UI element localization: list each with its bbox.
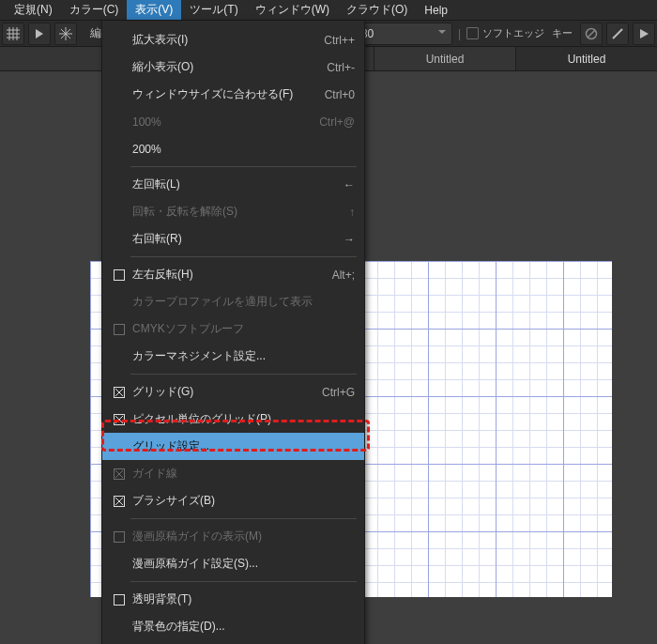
menu-separator: [130, 581, 357, 582]
menu-item-accelerator: ↑: [349, 206, 355, 219]
menu-check-icon: [108, 613, 130, 640]
svg-line-13: [613, 29, 622, 38]
menu-item-3: 100%Ctrl+@: [102, 108, 364, 135]
menu-check-icon: [108, 135, 130, 162]
menu-check-icon: [108, 288, 130, 315]
menu-item-accelerator: Ctrl+@: [319, 115, 355, 129]
menu-item-label: グリッド(G): [130, 384, 322, 400]
menu-item-16[interactable]: ブラシサイズ(B): [102, 487, 364, 514]
menubar-item-0[interactable]: 定規(N): [6, 0, 61, 20]
menubar-item-4[interactable]: ウィンドウ(W): [247, 0, 338, 20]
svg-rect-30: [115, 594, 125, 605]
menu-check-icon: [108, 108, 130, 135]
menu-item-label: ガイド線: [130, 466, 355, 482]
menubar-item-2[interactable]: 表示(V): [127, 0, 181, 20]
menu-check-icon: [108, 81, 130, 108]
menu-item-label: 漫画原稿ガイド設定(S)...: [130, 556, 355, 572]
document-tab-1[interactable]: Untitled: [515, 47, 657, 70]
divider: |: [456, 27, 463, 40]
menu-item-2[interactable]: ウィンドウサイズに合わせる(F)Ctrl+0: [102, 81, 364, 108]
menu-item-accelerator: →: [344, 233, 355, 246]
menu-separator: [130, 166, 357, 167]
menu-item-label: 縮小表示(O): [130, 59, 327, 75]
menu-item-label: カラーマネジメント設定...: [130, 348, 355, 364]
document-tab-0[interactable]: Untitled: [374, 47, 515, 70]
svg-rect-16: [115, 324, 125, 334]
menu-separator: [130, 518, 357, 519]
menu-item-11[interactable]: カラーマネジメント設定...: [102, 343, 364, 370]
menu-item-label: 背景色の指定(D)...: [130, 619, 355, 635]
menu-item-10: CMYKソフトプルーフ: [102, 315, 364, 343]
svg-rect-15: [115, 269, 125, 280]
menu-item-label: CMYKソフトプルーフ: [130, 321, 355, 337]
menu-item-label: グリッド設定...: [130, 438, 355, 454]
menu-item-5[interactable]: 左回転(L)←: [102, 171, 364, 198]
toolbar-btn-grid[interactable]: [2, 23, 24, 45]
menu-item-14[interactable]: グリッド設定...: [102, 433, 364, 460]
menu-item-20[interactable]: 背景色の指定(D)...: [102, 613, 364, 640]
menu-check-icon: [108, 315, 130, 343]
view-menu: 拡大表示(I)Ctrl++縮小表示(O)Ctrl+-ウィンドウサイズに合わせる(…: [101, 21, 365, 644]
menu-check-icon: [108, 343, 130, 370]
menu-check-icon: [108, 54, 130, 81]
menu-item-accelerator: ←: [344, 178, 355, 192]
menu-separator: [130, 374, 357, 375]
menu-item-accelerator: Ctrl+G: [322, 386, 355, 399]
menu-item-7[interactable]: 右回転(R)→: [102, 225, 364, 253]
menu-item-label: カラープロファイルを適用して表示: [130, 294, 355, 310]
menu-item-13[interactable]: ピクセル単位のグリッド(P): [102, 406, 364, 433]
menu-check-icon: [108, 460, 130, 487]
menu-check-icon: [108, 487, 130, 514]
svg-rect-29: [115, 531, 125, 542]
menu-item-0[interactable]: 拡大表示(I)Ctrl++: [102, 26, 364, 54]
toolbar-btn-arrow[interactable]: [28, 23, 51, 45]
menu-item-15: ガイド線: [102, 460, 364, 487]
menu-check-icon: [108, 550, 130, 577]
menubar-item-1[interactable]: カラー(C): [61, 0, 128, 20]
toolbar-btn-play[interactable]: [633, 23, 655, 45]
menu-item-9: カラープロファイルを適用して表示: [102, 288, 364, 315]
toolbar-btn-star[interactable]: [54, 23, 77, 45]
menu-item-19[interactable]: 透明背景(T): [102, 586, 364, 613]
menu-check-icon: [108, 523, 130, 550]
menubar-item-3[interactable]: ツール(T): [181, 0, 246, 20]
menubar: 定規(N)カラー(C)表示(V)ツール(T)ウィンドウ(W)クラウド(O)Hel…: [0, 0, 657, 21]
menubar-item-5[interactable]: クラウド(O): [338, 0, 416, 20]
menu-item-label: ピクセル単位のグリッド(P): [130, 411, 355, 427]
menu-item-label: 回転・反転を解除(S): [130, 204, 349, 220]
menu-item-accelerator: Ctrl++: [324, 34, 355, 47]
toolbar-btn-none[interactable]: [580, 23, 603, 45]
menu-item-1[interactable]: 縮小表示(O)Ctrl+-: [102, 54, 364, 81]
menu-item-label: 右回転(R): [130, 231, 344, 247]
svg-marker-6: [36, 29, 43, 38]
toolbar-softedge-checkbox[interactable]: ソフトエッジ: [466, 26, 544, 40]
menubar-item-6[interactable]: Help: [416, 0, 456, 20]
menu-check-icon: [108, 433, 130, 460]
menu-item-6: 回転・反転を解除(S)↑: [102, 198, 364, 225]
menu-item-12[interactable]: グリッド(G)Ctrl+G: [102, 378, 364, 406]
menu-separator: [130, 256, 357, 257]
svg-line-12: [588, 30, 595, 38]
menu-item-label: 100%: [130, 115, 319, 129]
menu-check-icon: [108, 586, 130, 613]
menu-item-label: 200%: [130, 143, 355, 156]
menu-check-icon: [108, 261, 130, 288]
toolbar-key-label: キー: [548, 26, 576, 40]
checkbox-icon: [466, 27, 479, 39]
menu-item-accelerator: Alt+;: [332, 268, 355, 282]
menu-check-icon: [108, 225, 130, 253]
menu-item-18[interactable]: 漫画原稿ガイド設定(S)...: [102, 550, 364, 577]
toolbar-value-field[interactable]: 30: [355, 23, 452, 45]
menu-check-icon: [108, 171, 130, 198]
menu-item-accelerator: Ctrl+0: [325, 88, 355, 101]
menu-item-8[interactable]: 左右反転(H)Alt+;: [102, 261, 364, 288]
menu-check-icon: [108, 26, 130, 54]
menu-item-label: 拡大表示(I): [130, 32, 324, 48]
menu-item-label: ウィンドウサイズに合わせる(F): [130, 86, 325, 102]
menu-item-label: 漫画原稿ガイドの表示(M): [130, 529, 355, 544]
toolbar-btn-pen[interactable]: [606, 23, 629, 45]
toolbar-softedge-label: ソフトエッジ: [482, 26, 544, 40]
svg-marker-14: [640, 29, 649, 38]
menu-item-4[interactable]: 200%: [102, 135, 364, 162]
menu-check-icon: [108, 406, 130, 433]
